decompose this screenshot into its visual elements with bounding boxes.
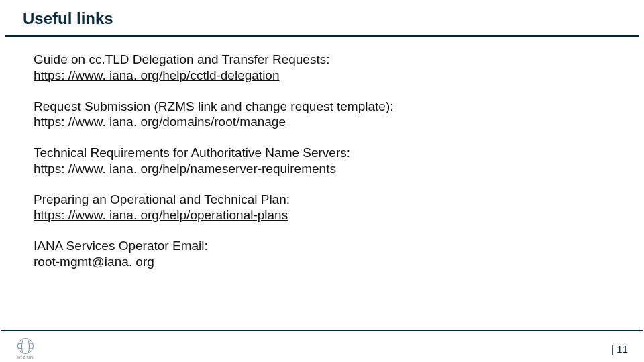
- footer: ICANN | 11: [0, 333, 644, 362]
- link-root-mgmt-email[interactable]: root-mgmt@iana. org: [34, 255, 154, 269]
- link-root-manage[interactable]: https: //www. iana. org/domains/root/man…: [34, 115, 286, 129]
- page-number: | 11: [611, 343, 628, 355]
- link-item: IANA Services Operator Email: root-mgmt@…: [34, 238, 631, 270]
- globe-icon: [17, 338, 34, 354]
- icann-logo: ICANN: [17, 338, 34, 360]
- link-description: Preparing an Operational and Technical P…: [34, 192, 631, 208]
- link-item: Technical Requirements for Authoritative…: [34, 145, 631, 177]
- link-item: Preparing an Operational and Technical P…: [34, 192, 631, 224]
- slide: Useful links Guide on cc.TLD Delegation …: [0, 0, 644, 362]
- content-area: Guide on cc.TLD Delegation and Transfer …: [0, 37, 644, 270]
- link-description: Request Submission (RZMS link and change…: [34, 99, 631, 115]
- footer-rule: [1, 330, 643, 331]
- link-nameserver-requirements[interactable]: https: //www. iana. org/help/nameserver-…: [34, 162, 336, 176]
- link-operational-plans[interactable]: https: //www. iana. org/help/operational…: [34, 208, 288, 222]
- logo-label: ICANN: [17, 355, 34, 360]
- link-description: Technical Requirements for Authoritative…: [34, 145, 631, 161]
- link-item: Guide on cc.TLD Delegation and Transfer …: [34, 52, 631, 84]
- page-title: Useful links: [0, 0, 644, 35]
- link-description: IANA Services Operator Email:: [34, 238, 631, 254]
- link-cctld-delegation[interactable]: https: //www. iana. org/help/cctld-deleg…: [34, 68, 279, 82]
- link-description: Guide on cc.TLD Delegation and Transfer …: [34, 52, 631, 68]
- link-item: Request Submission (RZMS link and change…: [34, 99, 631, 131]
